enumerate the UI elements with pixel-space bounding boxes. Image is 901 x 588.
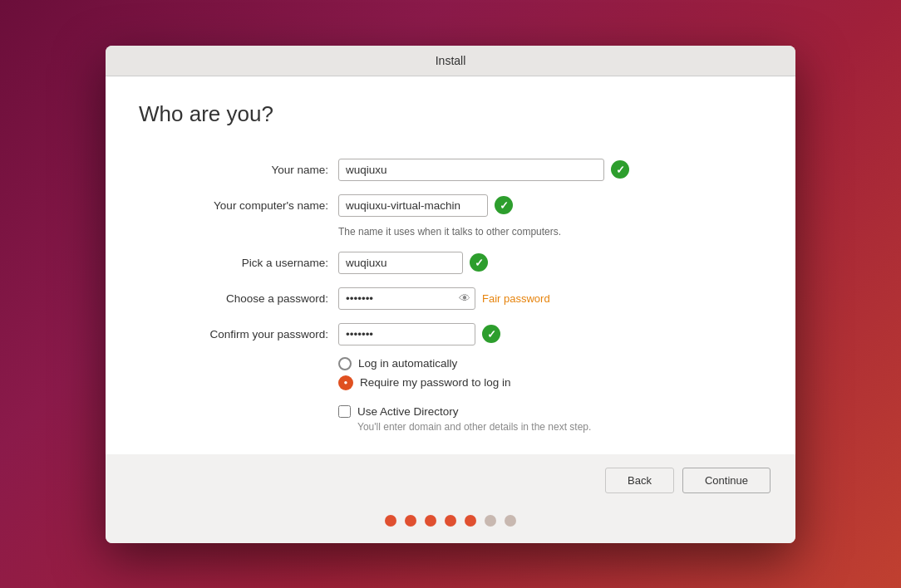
confirm-password-input-cell (338, 316, 762, 352)
your-name-label: Your name: (139, 155, 338, 184)
back-button[interactable]: Back (605, 468, 674, 493)
continue-button[interactable]: Continue (682, 468, 771, 493)
your-name-input[interactable] (338, 159, 604, 181)
page-title: Who are you? (139, 101, 762, 127)
footer: Back Continue (106, 454, 795, 507)
password-strength: Fair password (482, 292, 550, 305)
progress-dot-1 (385, 515, 396, 527)
require-password-option[interactable]: Require my password to log in (338, 375, 762, 390)
content-area: Who are you? Your name: Your computer's … (106, 76, 795, 454)
computer-name-input-cell (338, 188, 762, 223)
require-password-radio[interactable] (338, 375, 353, 390)
your-name-input-cell (338, 152, 762, 188)
computer-name-input[interactable] (338, 194, 488, 217)
login-auto-option[interactable]: Log in automatically (338, 357, 762, 370)
confirm-password-label: Confirm your password: (139, 320, 338, 349)
install-dialog: Install Who are you? Your name: Your com… (106, 46, 795, 543)
login-auto-label: Log in automatically (358, 357, 457, 370)
active-directory-checkbox[interactable] (338, 405, 351, 418)
require-password-label: Require my password to log in (360, 376, 511, 389)
password-label: Choose a password: (139, 284, 338, 313)
username-check-icon (470, 253, 488, 272)
login-options: Log in automatically Require my password… (338, 352, 762, 400)
form-grid: Your name: Your computer's name: The nam… (139, 152, 762, 438)
password-wrapper: 👁 (338, 287, 475, 310)
progress-dot-2 (405, 515, 416, 527)
progress-dot-3 (425, 515, 436, 527)
computer-name-hint: The name it uses when it talks to other … (338, 223, 762, 245)
username-label: Pick a username: (139, 248, 338, 277)
show-password-icon[interactable]: 👁 (459, 292, 470, 305)
password-input[interactable] (338, 287, 475, 310)
login-auto-radio[interactable] (338, 357, 352, 370)
progress-dot-6 (485, 515, 496, 527)
progress-dot-7 (505, 515, 516, 527)
username-input-cell (338, 245, 762, 281)
confirm-password-input[interactable] (338, 323, 475, 345)
password-input-cell: 👁 Fair password (338, 281, 762, 316)
progress-dots (106, 507, 795, 543)
computer-name-label: Your computer's name: (139, 191, 338, 220)
active-directory-group: Use Active Directory You'll enter domain… (338, 400, 762, 438)
computer-name-check-icon (495, 196, 513, 214)
active-directory-label: Use Active Directory (357, 405, 459, 418)
your-name-check-icon (611, 160, 629, 179)
username-input[interactable] (338, 252, 463, 274)
window-title: Install (436, 54, 466, 67)
nav-buttons: Back Continue (605, 468, 771, 493)
confirm-password-check-icon (482, 325, 500, 343)
active-directory-option[interactable]: Use Active Directory (338, 405, 762, 418)
title-bar: Install (106, 46, 795, 76)
progress-dot-4 (445, 515, 456, 527)
progress-dot-5 (465, 515, 476, 527)
active-directory-hint: You'll enter domain and other details in… (338, 421, 762, 433)
